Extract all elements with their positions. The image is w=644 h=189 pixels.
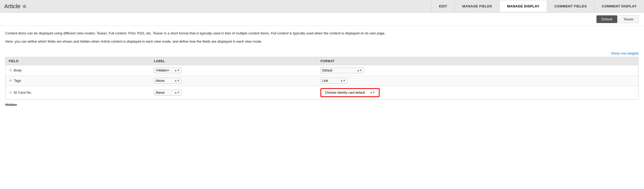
- main-nav: EDIT MANAGE FIELDS MANAGE DISPLAY COMMEN…: [431, 1, 644, 12]
- tab-manage-fields[interactable]: MANAGE FIELDS: [455, 1, 500, 12]
- format-highlight-idcard: Chinese identity card default Plain text…: [320, 88, 380, 97]
- format-select-tags[interactable]: Link Plain text: [322, 79, 339, 83]
- label-select-wrapper-tags: <Hidden> Above Inline ▲▼: [154, 78, 181, 84]
- description-area: Content items can be displayed using dif…: [0, 26, 644, 50]
- description-line1: Content items can be displayed using dif…: [5, 31, 639, 36]
- tab-edit[interactable]: EDIT: [431, 1, 455, 12]
- drag-handle-idcard[interactable]: ✛: [9, 90, 12, 95]
- format-select-wrapper-body: Default Trimmed Summary or trimmed ▲▼: [320, 68, 364, 73]
- tab-manage-display[interactable]: MANAGE DISPLAY: [500, 1, 547, 12]
- label-select-body[interactable]: <Hidden> Above Inline: [156, 69, 173, 72]
- label-select-wrapper-body: <Hidden> Above Inline ▲▼: [154, 68, 181, 73]
- select-arrows-body-label: ▲▼: [174, 69, 180, 72]
- field-cell-body: ✛ Body: [6, 65, 151, 75]
- hidden-section-label: Hidden: [5, 103, 17, 107]
- fields-table: FIELD LABEL FORMAT ✛ Body <Hidden> Above…: [5, 57, 639, 100]
- format-select-idcard[interactable]: Chinese identity card default Plain text: [325, 91, 369, 94]
- label-select-tags[interactable]: <Hidden> Above Inline: [156, 79, 173, 83]
- sub-tabs-bar: Default Teaser: [0, 13, 644, 26]
- label-cell-body: <Hidden> Above Inline ▲▼: [151, 65, 317, 75]
- select-arrows-idcard-label: ▲▼: [174, 91, 180, 94]
- select-arrows-tags-label: ▲▼: [174, 79, 180, 82]
- col-field: FIELD: [6, 57, 151, 65]
- label-cell-idcard: <Hidden> Above Inline ▲▼: [151, 86, 317, 99]
- tab-comment-fields[interactable]: COMMENT FIELDS: [547, 1, 594, 12]
- format-cell-idcard: Chinese identity card default Plain text…: [317, 86, 639, 99]
- sub-tab-default[interactable]: Default: [596, 15, 617, 23]
- field-name-tags: Tags: [14, 79, 21, 83]
- table-row: ✛ ID Card No. <Hidden> Above Inline ▲▼: [6, 86, 639, 99]
- format-select-body[interactable]: Default Trimmed Summary or trimmed: [322, 69, 356, 72]
- format-select-wrapper-idcard: Chinese identity card default Plain text…: [323, 90, 377, 95]
- format-cell-body: Default Trimmed Summary or trimmed ▲▼: [317, 65, 639, 75]
- select-arrows-body-format: ▲▼: [357, 69, 362, 72]
- label-select-idcard[interactable]: <Hidden> Above Inline: [156, 91, 173, 94]
- description-line2: Here, you can define which fields are sh…: [5, 39, 639, 44]
- row-weights-section: Show row weights: [0, 50, 644, 57]
- table-row: ✛ Body <Hidden> Above Inline ▲▼ Def: [6, 65, 639, 75]
- format-cell-tags: Link Plain text ▲▼: [317, 75, 639, 86]
- field-name-idcard: ID Card No.: [14, 91, 32, 94]
- select-arrows-tags-format: ▲▼: [340, 79, 346, 82]
- top-bar: Article ⊕ EDIT MANAGE FIELDS MANAGE DISP…: [0, 0, 644, 13]
- table-row: ✛ Tags <Hidden> Above Inline ▲▼ Lin: [6, 75, 639, 86]
- add-content-icon[interactable]: ⊕: [22, 3, 26, 9]
- label-select-wrapper-idcard: <Hidden> Above Inline ▲▼: [154, 90, 181, 96]
- article-title: Article: [4, 3, 20, 10]
- select-arrows-idcard-format: ▲▼: [370, 91, 375, 94]
- field-name-body: Body: [14, 68, 22, 72]
- hidden-section: Hidden: [0, 100, 644, 110]
- label-cell-tags: <Hidden> Above Inline ▲▼: [151, 75, 317, 86]
- sub-tab-teaser[interactable]: Teaser: [618, 15, 639, 23]
- col-label: LABEL: [151, 57, 317, 65]
- drag-handle-body[interactable]: ✛: [9, 68, 12, 73]
- field-cell-idcard: ✛ ID Card No.: [6, 86, 151, 99]
- page-title: Article ⊕: [0, 1, 431, 12]
- field-cell-tags: ✛ Tags: [6, 75, 151, 86]
- drag-handle-tags[interactable]: ✛: [9, 78, 12, 83]
- show-row-weights-link[interactable]: Show row weights: [611, 51, 639, 55]
- col-format: FORMAT: [317, 57, 639, 65]
- tab-comment-display[interactable]: COMMENT DISPLAY: [594, 1, 644, 12]
- format-select-wrapper-tags: Link Plain text ▲▼: [320, 78, 347, 84]
